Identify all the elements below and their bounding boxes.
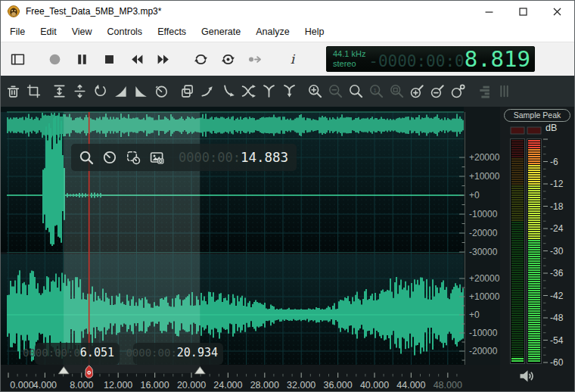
close-button[interactable] [540,1,574,22]
play-from-dot-icon [247,51,263,67]
magnify-icon[interactable] [79,150,94,165]
loop-once-icon[interactable] [220,51,236,67]
format-info: 44.1 kHz stereo [333,49,365,69]
scroll-columns-icon [496,83,512,99]
db-scale-label: -12 [550,179,564,189]
selection-length-dim: 0000:00: [179,150,241,165]
level-meters: -6-12-18-24-30-36-42-48-54-60 [500,107,575,392]
selection-overlay-toolbar: 0000:00:14.883 [71,144,297,171]
time-readout: -0000:00:08.819 [368,46,530,72]
channel-mode: stereo [333,59,365,69]
split-y-icon[interactable] [281,83,297,99]
amplitude-label-ch1: -10000 [469,209,498,219]
time-label: 28.000 [250,380,279,390]
time-label: 48.000 [434,380,462,390]
zoom-in-icon[interactable] [307,83,323,99]
selection-start-value: 6.051 [80,346,114,359]
menu-item-file[interactable]: File [2,23,33,40]
toolbar-group [193,51,263,67]
db-scale-label: -36 [550,268,564,278]
rewind-icon[interactable] [129,51,145,67]
menu-item-view[interactable]: View [64,23,100,40]
time-lit-digits: 8.819 [465,46,530,72]
pause-icon[interactable] [74,51,90,67]
zoom-out-icon [328,83,343,99]
selection-start-badge: 0000:00:06.051 [35,343,120,365]
time-label: 8.000 [70,380,93,390]
zoom-one-icon: 1 [368,83,384,99]
selection-length-readout: 0000:00:14.883 [179,150,288,165]
fast-forward-icon[interactable] [156,51,172,67]
toolbar-group: i [284,51,300,67]
edit-toolbar: 1 [1,76,574,107]
expand-vertical-icon[interactable] [72,83,88,99]
undo-icon[interactable] [92,83,108,99]
curve-down-icon[interactable] [220,83,236,99]
vzoom-out-icon[interactable] [430,83,446,99]
selection-end-dim: 0000:00: [126,347,176,359]
merge-y-icon[interactable] [261,83,277,99]
zoom-plain-icon[interactable] [348,83,364,99]
transport-toolbar: i 44.1 kHz stereo -0000:00:08.819 [1,42,574,76]
amplitude-label-ch1: +10000 [469,171,500,182]
time-label: 0.000 [10,380,33,390]
trash-icon[interactable] [5,83,21,99]
speaker-icon[interactable] [521,371,533,382]
menubar: FileEditViewControlsEffectsGenerateAnaly… [1,22,574,42]
crop-icon[interactable] [26,83,42,99]
stop-icon[interactable] [101,51,117,67]
vzoom-in-icon[interactable] [409,83,425,99]
menu-item-effects[interactable]: Effects [150,23,194,40]
menu-item-analyze[interactable]: Analyze [248,23,297,40]
fknob-icon[interactable] [102,150,117,165]
toolbar-group [47,51,172,67]
vzoom-reset-icon[interactable] [450,83,466,99]
clip-indicator-left[interactable] [511,127,524,134]
app-icon [7,5,20,18]
amplitude-label-ch2: +10000 [469,291,500,302]
toolbar-group: 1 [307,83,466,99]
menu-item-controls[interactable]: Controls [100,23,151,40]
menu-item-help[interactable]: Help [297,23,332,40]
time-label: 16.000 [140,380,169,390]
maximize-button[interactable] [506,1,540,22]
knob-icon[interactable] [154,83,169,99]
minimize-button[interactable] [472,1,506,22]
zoom-select-icon [389,83,405,99]
svg-text:1: 1 [374,87,377,94]
selection-end-value: 20.934 [177,346,218,359]
svg-text:i: i [291,51,296,67]
db-scale-label: -6 [550,157,558,167]
time-label: 20.000 [177,380,206,390]
amplitude-label-ch2: -10000 [469,328,498,338]
loop-icon[interactable] [193,51,209,67]
copy-icon[interactable] [179,83,195,99]
window-controls [472,1,574,22]
panel-toggle-icon[interactable] [10,51,26,67]
main-area: +20000+10000+0-10000-20000-30000+20000+1… [1,107,574,392]
fade-out-icon[interactable] [133,83,149,99]
selection-end-badge: 0000:00:20.934 [133,343,223,365]
snapshot-icon[interactable] [149,150,164,165]
info-icon[interactable]: i [284,51,300,67]
menu-item-generate[interactable]: Generate [194,23,248,40]
level-meter-panel: Sample Peak dB -6-12-18-24-30-36-42-48-5… [500,107,575,392]
fit-vertical-icon[interactable] [51,83,67,99]
menu-item-edit[interactable]: Edit [33,23,64,40]
toolbar-group [51,83,169,99]
selection-length-value: 14.883 [241,150,288,165]
curve-up-icon[interactable] [200,83,216,99]
crossfade-icon[interactable] [241,83,256,99]
clip-indicator-right[interactable] [527,127,541,134]
db-scale-label: -60 [550,357,564,368]
select-effect-icon[interactable] [126,150,141,165]
fade-in-icon[interactable] [113,83,129,99]
time-label: 24.000 [213,380,242,390]
db-scale-label: -18 [550,201,564,212]
db-scale-label: -48 [550,313,564,323]
time-display-panel[interactable]: 44.1 kHz stereo -0000:00:08.819 [326,46,535,72]
record-icon [47,51,63,67]
toolbar-group [10,51,26,67]
toolbar-group [5,83,42,99]
app-window: Free_Test_Data_5MB_MP3.mp3* FileEditView… [0,0,575,392]
